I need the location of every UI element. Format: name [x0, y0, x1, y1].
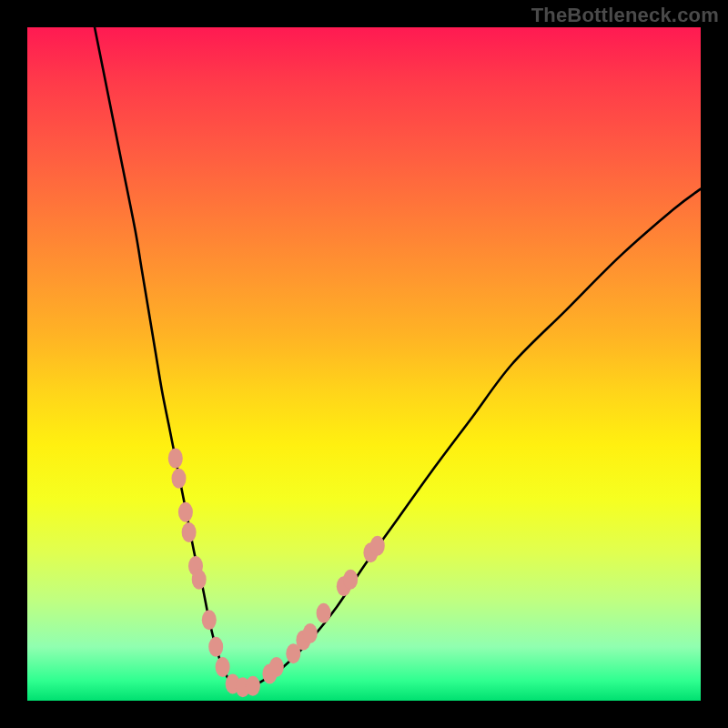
data-marker	[246, 676, 260, 696]
watermark-text: TheBottleneck.com	[531, 4, 719, 27]
bottleneck-curve	[95, 27, 701, 688]
chart-svg	[27, 27, 701, 701]
data-marker	[178, 502, 193, 522]
data-marker	[202, 610, 217, 630]
data-marker	[208, 637, 223, 657]
data-marker	[182, 522, 197, 542]
data-marker	[269, 657, 284, 677]
data-marker	[303, 623, 318, 643]
data-marker	[343, 570, 358, 590]
data-marker	[216, 657, 230, 677]
data-marker	[168, 449, 183, 469]
chart-frame: TheBottleneck.com	[0, 0, 728, 728]
data-marker	[370, 536, 385, 556]
data-marker	[317, 603, 331, 623]
plot-area	[27, 27, 701, 701]
marker-group	[168, 449, 385, 698]
data-marker	[172, 469, 187, 489]
data-marker	[192, 570, 207, 590]
